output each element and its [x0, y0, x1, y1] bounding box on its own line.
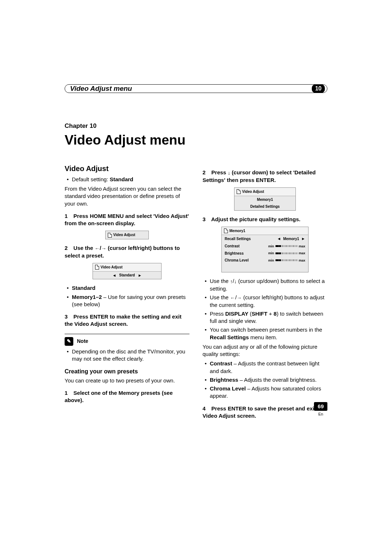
presets-intro: You can create up to two presets of your…	[65, 377, 189, 384]
presets-step-1: 1 Select one of the Memory presets (see …	[65, 389, 189, 404]
arrow-right-icon: →	[237, 295, 242, 301]
page-footer: 69 En	[314, 402, 327, 417]
slider-track	[275, 252, 297, 254]
adj-chroma: Chroma Level – Adjusts how saturated col…	[210, 385, 327, 400]
tip-cursor-updown: Use the ↑/↓ (cursor up/down) buttons to …	[210, 278, 327, 292]
osd-memory1-settings: Memory1 Recall Settings ◄ Memory1 ► Cont…	[221, 227, 309, 272]
bullet-standard: Standard	[72, 284, 189, 292]
left-step-2: 2 Use the ←/→ (cursor left/right) button…	[65, 244, 189, 259]
osd-detailed-settings: Video Adjust Memory1 Detailed Settings	[234, 187, 296, 211]
arrow-up-icon: ↑	[230, 279, 233, 284]
arrow-down-icon: ↓	[234, 279, 237, 284]
slider-track	[275, 259, 297, 261]
adj-contrast: Contrast – Adjusts the contrast between …	[210, 360, 327, 375]
tip-cursor-leftright: Use the ←/→ (cursor left/right) buttons …	[210, 294, 327, 309]
page-number: 69	[314, 402, 327, 411]
chapter-label: Chapter 10	[65, 122, 327, 130]
chapter-badge: 10	[312, 84, 325, 93]
header-frame: Video Adjust menu 10	[65, 84, 327, 93]
page-lang: En	[314, 412, 327, 417]
left-step-3: 3 Press ENTER to make the setting and ex…	[65, 313, 189, 328]
header-title: Video Adjust menu	[70, 84, 132, 93]
left-step-1: 1 Press HOME MENU and select 'Video Adju…	[65, 212, 189, 227]
right-step-3: 3 Adjust the picture quality settings.	[203, 216, 327, 223]
arrow-left-icon: ←	[95, 246, 100, 251]
arrow-right-icon: ►	[138, 273, 142, 278]
page-icon	[108, 233, 112, 238]
osd-video-adjust-small: Video Adjust	[105, 231, 149, 239]
page-title: Video Adjust menu	[65, 131, 327, 149]
page-icon	[95, 265, 99, 270]
arrow-right-icon: →	[101, 246, 106, 251]
bullet-memory: Memory1–2 – Use for saving your own pres…	[72, 293, 189, 308]
arrow-left-icon: ◄	[112, 273, 116, 278]
right-step-2: 2 Press ↓ (cursor down) to select 'Detai…	[203, 169, 327, 184]
page-header: Video Adjust menu 10	[65, 84, 327, 93]
tip-display: Press DISPLAY (SHIFT + 8) to switch betw…	[210, 310, 327, 325]
page-icon	[237, 189, 241, 194]
right-step-4: 4 Press ENTER to save the preset and exi…	[203, 405, 327, 420]
arrow-left-icon: ←	[230, 295, 235, 301]
presets-heading: Creating your own presets	[65, 368, 189, 376]
note-text: Depending on the disc and the TV/monitor…	[72, 348, 189, 363]
slider-track	[275, 245, 297, 247]
intro-text: From the Video Adjust screen you can sel…	[65, 185, 189, 207]
osd-video-adjust-preset: Video Adjust ◄ Standard ►	[93, 263, 162, 279]
note-block: ✎ Note	[65, 334, 189, 346]
section-heading: Video Adjust	[65, 164, 189, 174]
right-column: 2 Press ↓ (cursor down) to select 'Detai…	[203, 164, 327, 421]
default-setting: Default setting: Standard	[72, 176, 189, 183]
adj-brightness: Brightness – Adjusts the overall brightn…	[210, 376, 327, 384]
adjust-intro: You can adjust any or all of the followi…	[203, 343, 327, 358]
page-icon	[224, 228, 228, 233]
content-columns: Video Adjust Default setting: Standard F…	[65, 164, 327, 421]
left-column: Video Adjust Default setting: Standard F…	[65, 164, 189, 421]
pencil-icon: ✎	[65, 337, 73, 346]
tip-recall: You can switch between preset numbers in…	[210, 326, 327, 341]
arrow-left-icon: ◄	[277, 236, 281, 242]
arrow-right-icon: ►	[301, 236, 305, 242]
